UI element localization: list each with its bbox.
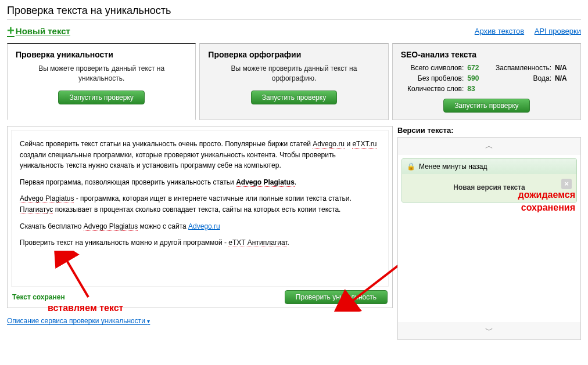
page-title: Проверка текста на уникальность	[7, 5, 581, 20]
version-close-button[interactable]: ×	[561, 179, 572, 189]
run-uniqueness-button[interactable]: Запустить проверку	[58, 91, 144, 104]
archive-link[interactable]: Архив текстов	[475, 27, 524, 35]
new-text-label: Новый текст	[16, 26, 70, 36]
tab-seo[interactable]: SEO-анализ текста Всего символов: 672 За…	[392, 43, 581, 120]
check-uniqueness-button[interactable]: Проверить уникальность	[285, 290, 388, 304]
seo-spam-value: N/A	[555, 64, 572, 72]
tab-seo-title: SEO-анализ текста	[401, 50, 572, 59]
tab-uniqueness-title: Проверка уникальности	[16, 50, 187, 59]
seo-water-value: N/A	[555, 74, 572, 82]
versions-panel: ︿ 🔒 Менее минуты назад Новая версия текс…	[397, 137, 581, 340]
chevron-down-icon: ﹀	[485, 326, 493, 335]
seo-words-label: Количество слов:	[401, 85, 468, 93]
seo-nospaces-label: Без пробелов:	[401, 74, 468, 82]
version-time: Менее минуты назад	[419, 162, 487, 171]
versions-title: Версии текста:	[397, 126, 581, 135]
tab-spelling-desc: Вы можете проверить данный текст на орфо…	[208, 64, 379, 84]
version-label: Новая версия текста	[453, 183, 525, 191]
run-spelling-button[interactable]: Запустить проверку	[251, 91, 337, 104]
versions-scroll-down[interactable]: ﹀	[398, 322, 580, 339]
seo-nospaces-value: 590	[467, 74, 488, 82]
versions-scroll-up[interactable]: ︿	[398, 138, 580, 155]
version-item[interactable]: 🔒 Менее минуты назад Новая версия текста…	[401, 158, 577, 203]
chevron-up-icon: ︿	[485, 141, 493, 150]
api-link[interactable]: API проверки	[535, 27, 581, 35]
seo-spam-label: Заспамленность:	[488, 64, 555, 72]
saved-status: Текст сохранен	[12, 293, 65, 301]
tab-uniqueness-desc: Вы можете проверить данный текст на уник…	[16, 64, 187, 84]
seo-words-value: 83	[467, 85, 488, 93]
advego-link[interactable]: Advego.ru	[188, 222, 220, 230]
seo-water-label: Вода:	[488, 74, 555, 82]
tab-uniqueness[interactable]: Проверка уникальности Вы можете проверит…	[7, 43, 196, 120]
service-description-link[interactable]: Описание сервиса проверки уникальности ▾	[7, 317, 150, 325]
editor-container: Сейчас проверить текст статьи на уникаль…	[7, 126, 393, 308]
plus-icon: +	[7, 23, 15, 38]
new-text-link[interactable]: + Новый текст	[7, 23, 70, 38]
seo-total-label: Всего символов:	[401, 64, 468, 72]
run-seo-button[interactable]: Запустить проверку	[443, 99, 529, 113]
tab-spelling-title: Проверка орфографии	[208, 50, 379, 59]
tab-spelling[interactable]: Проверка орфографии Вы можете проверить …	[199, 43, 388, 120]
chevron-down-icon: ▾	[147, 318, 150, 324]
seo-total-value: 672	[467, 64, 488, 72]
text-editor[interactable]: Сейчас проверить текст статьи на уникаль…	[11, 130, 389, 287]
lock-icon: 🔒	[407, 162, 415, 171]
